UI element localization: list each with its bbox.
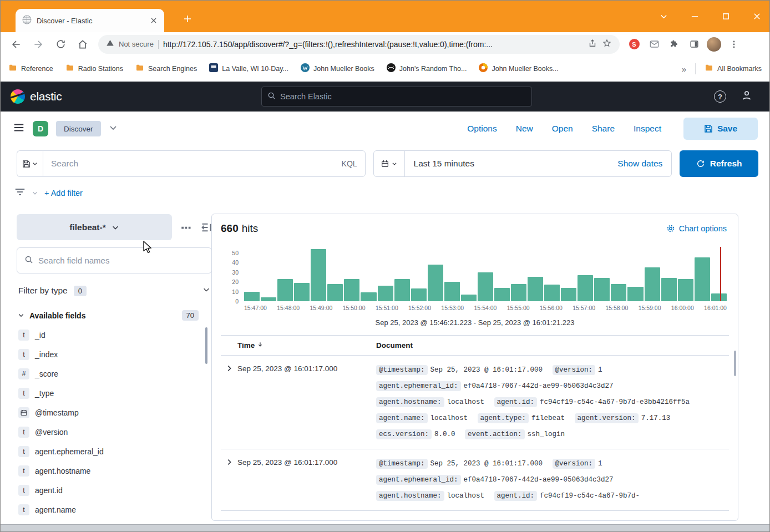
global-search-input[interactable]	[280, 92, 526, 101]
field-item[interactable]: t_type	[17, 383, 212, 403]
field-search-input[interactable]	[38, 256, 204, 265]
home-button[interactable]	[73, 34, 93, 54]
menu-inspect-link[interactable]: Inspect	[634, 124, 661, 134]
browser-menu-icon[interactable]	[725, 36, 743, 53]
chart-options-button[interactable]: Chart options	[666, 224, 729, 233]
time-range-button[interactable]: Last 15 minutes	[405, 159, 474, 169]
histogram-bar[interactable]	[695, 257, 710, 301]
sidebar-scrollbar[interactable]	[205, 327, 207, 364]
histogram-bar[interactable]	[494, 288, 510, 302]
histogram-bar[interactable]	[461, 295, 477, 301]
chevron-down-icon[interactable]	[109, 123, 118, 134]
extension-red-icon[interactable]: S	[625, 36, 643, 53]
bookmarks-overflow-chevron[interactable]: »	[682, 64, 686, 74]
global-search[interactable]	[261, 87, 532, 107]
extension-mail-icon[interactable]	[645, 36, 663, 53]
url-text[interactable]: http://172.105.7.150/app/discover#/?_g=(…	[163, 40, 583, 49]
histogram-bar[interactable]	[528, 277, 543, 301]
share-icon[interactable]	[587, 38, 597, 50]
help-icon[interactable]: ?	[714, 90, 726, 103]
forward-button[interactable]	[28, 34, 48, 54]
filter-funnel-icon[interactable]	[14, 186, 26, 200]
histogram-bar[interactable]	[661, 278, 677, 301]
available-fields-header[interactable]: Available fields 70	[17, 310, 212, 321]
results-scrollbar[interactable]	[734, 351, 736, 376]
bookmark-item[interactable]: John Mueller Books...	[479, 63, 558, 74]
histogram-bar[interactable]	[411, 288, 427, 301]
histogram-bar[interactable]	[294, 283, 310, 301]
histogram-bar[interactable]	[311, 249, 326, 302]
save-button[interactable]: Save	[683, 118, 758, 140]
filter-by-type-button[interactable]: Filter by type 0	[17, 278, 212, 303]
bookmark-item[interactable]: Search Engines	[135, 63, 197, 74]
histogram-bar[interactable]	[478, 272, 493, 302]
expand-row-button[interactable]	[221, 362, 237, 374]
address-bar[interactable]: Not secure http://172.105.7.150/app/disc…	[98, 35, 620, 54]
main-menu-hamburger-icon[interactable]	[13, 121, 25, 136]
sidebar-collapse-icon[interactable]	[201, 222, 212, 233]
menu-share-link[interactable]: Share	[592, 124, 615, 134]
view-options-icon[interactable]	[181, 222, 192, 233]
histogram-bar[interactable]	[244, 292, 260, 302]
bookmark-item[interactable]: John Mueller Books	[301, 63, 374, 74]
histogram-bar[interactable]	[645, 267, 660, 301]
histogram-bar[interactable]	[277, 279, 293, 301]
window-close-button[interactable]	[752, 12, 762, 22]
user-menu-icon[interactable]	[741, 89, 753, 104]
all-bookmarks-button[interactable]: All Bookmarks	[705, 63, 762, 74]
calendar-button[interactable]	[374, 151, 405, 176]
histogram-bar[interactable]	[344, 279, 359, 301]
field-item[interactable]: t_index	[17, 344, 212, 364]
menu-new-link[interactable]: New	[516, 124, 533, 134]
field-item[interactable]: tagent.hostname	[17, 461, 212, 480]
browser-tab[interactable]: Discover - Elastic	[16, 9, 164, 32]
histogram-bar[interactable]	[711, 293, 727, 301]
security-label[interactable]: Not secure	[119, 40, 154, 48]
field-item[interactable]: tagent.id	[17, 480, 212, 500]
kql-language-button[interactable]: KQL	[342, 159, 357, 168]
histogram-bar[interactable]	[378, 286, 393, 301]
tab-close-icon[interactable]	[149, 16, 159, 26]
histogram-bar[interactable]	[428, 265, 443, 301]
histogram-bar[interactable]	[627, 287, 643, 301]
histogram-bar[interactable]	[678, 279, 693, 301]
histogram-bar[interactable]	[578, 275, 593, 301]
histogram-bar[interactable]	[561, 288, 576, 302]
histogram-bar[interactable]	[544, 285, 560, 301]
histogram-bar[interactable]	[611, 284, 626, 302]
time-column-header[interactable]: Time	[237, 341, 255, 349]
field-item[interactable]: #_score	[17, 364, 212, 383]
bookmark-item[interactable]: Radio Stations	[65, 63, 123, 74]
add-filter-button[interactable]: + Add filter	[44, 189, 83, 197]
data-view-picker[interactable]: filebeat-*	[17, 214, 172, 240]
reload-button[interactable]	[50, 34, 70, 54]
field-item[interactable]: t_id	[17, 325, 212, 344]
new-tab-button[interactable]	[179, 11, 196, 27]
menu-options-link[interactable]: Options	[467, 124, 497, 134]
histogram-bar[interactable]	[361, 292, 376, 301]
window-maximize-button[interactable]	[721, 12, 731, 22]
extensions-puzzle-icon[interactable]	[665, 36, 683, 53]
bookmark-star-icon[interactable]	[602, 38, 612, 50]
window-chevron-icon[interactable]	[658, 12, 668, 22]
bookmark-item[interactable]: John's Random Tho...	[387, 63, 467, 74]
histogram-bar[interactable]	[511, 284, 526, 302]
bookmark-item[interactable]: Reference	[8, 63, 53, 74]
bookmark-item[interactable]: La Valle, WI 10-Day...	[209, 63, 288, 74]
histogram-bar[interactable]	[394, 279, 410, 301]
side-panel-icon[interactable]	[685, 36, 703, 53]
show-dates-button[interactable]: Show dates	[617, 159, 671, 169]
menu-open-link[interactable]: Open	[552, 124, 573, 134]
breadcrumb[interactable]: Discover	[56, 121, 101, 136]
filter-chevron-icon[interactable]	[32, 188, 38, 198]
space-avatar[interactable]: D	[33, 121, 48, 136]
histogram-bar[interactable]	[444, 282, 460, 301]
elastic-logo-icon[interactable]	[11, 89, 25, 104]
refresh-button[interactable]: Refresh	[680, 150, 758, 177]
back-button[interactable]	[6, 34, 26, 54]
window-minimize-button[interactable]	[690, 12, 700, 22]
saved-query-button[interactable]	[17, 150, 43, 177]
histogram-bar[interactable]	[594, 278, 610, 301]
profile-avatar[interactable]	[705, 36, 723, 53]
field-item[interactable]: t@version	[17, 422, 212, 442]
